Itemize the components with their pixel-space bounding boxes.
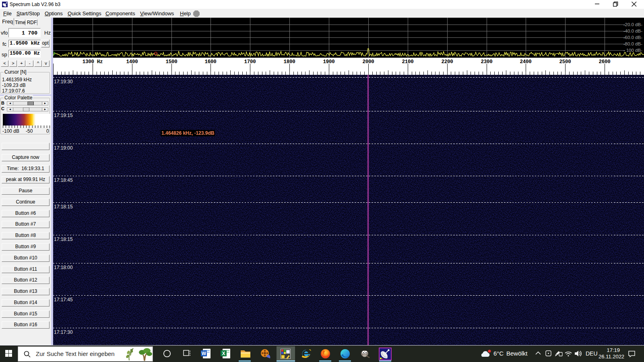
svg-text:1900: 1900 bbox=[323, 59, 335, 65]
svg-text:1600: 1600 bbox=[205, 59, 217, 65]
svg-text:2600: 2600 bbox=[599, 59, 611, 65]
svg-text:2300: 2300 bbox=[481, 59, 493, 65]
svg-text:2500: 2500 bbox=[559, 59, 571, 65]
svg-text:1500: 1500 bbox=[166, 59, 178, 65]
svg-text:-20.0 dB-: -20.0 dB- bbox=[623, 22, 642, 27]
svg-text:W: W bbox=[202, 351, 206, 356]
svg-text:1400: 1400 bbox=[126, 59, 138, 65]
svg-text:X: X bbox=[222, 351, 225, 356]
svg-text:2200: 2200 bbox=[442, 59, 453, 65]
svg-text:2000: 2000 bbox=[363, 59, 374, 65]
svg-text:1300 Hz: 1300 Hz bbox=[83, 59, 103, 65]
svg-text:-40.0 dB-: -40.0 dB- bbox=[623, 29, 642, 33]
svg-text:- 100 dB-: - 100 dB- bbox=[623, 48, 642, 53]
svg-text:1700: 1700 bbox=[244, 59, 256, 65]
svg-text:2100: 2100 bbox=[402, 59, 414, 65]
svg-text:2400: 2400 bbox=[520, 59, 532, 65]
svg-text:1800: 1800 bbox=[284, 59, 295, 65]
svg-text:-60.0 dB-: -60.0 dB- bbox=[623, 35, 642, 40]
svg-text:-80.0 dB-: -80.0 dB- bbox=[623, 41, 642, 46]
